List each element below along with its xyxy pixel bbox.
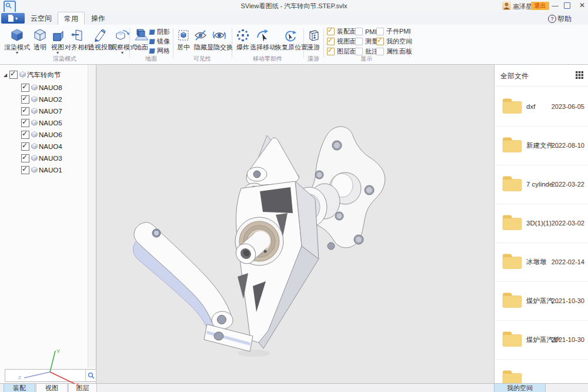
shadow-icon [149, 29, 155, 35]
group-label-render: 渲染模式 [0, 55, 129, 63]
search-input[interactable] [5, 370, 85, 381]
file-row[interactable]: dxf2023-06-05 [495, 87, 588, 127]
bottom-tab-assembly[interactable]: 装配 [4, 384, 35, 392]
tree-item[interactable]: NAUO8 [21, 82, 62, 93]
group-label-visibility: 可见性 [173, 55, 232, 63]
checkbox-icon [327, 28, 335, 35]
tree-expander-icon[interactable] [4, 72, 9, 78]
3d-viewport[interactable] [96, 65, 494, 383]
folder-icon [502, 97, 523, 117]
checkbox-subpart-pmi[interactable]: 子件PMI [376, 27, 411, 36]
checkbox-pmi[interactable]: PMI [355, 27, 377, 36]
checkbox-icon[interactable] [21, 119, 29, 127]
part-icon [19, 71, 26, 79]
tree-item[interactable]: NAUO5 [21, 118, 62, 128]
file-row[interactable] [495, 359, 588, 383]
bottom-tab-layer[interactable]: 图层 [68, 384, 97, 392]
ground-icon [132, 27, 152, 44]
question-mark-icon: ? [548, 15, 556, 23]
align-camera-icon [65, 27, 91, 44]
search-icon [88, 372, 95, 379]
checkbox-icon[interactable] [21, 84, 29, 92]
title-bar: SView看图纸 - 汽车转向节.STEP.svlx 惠泽星君 退出 — ✕ [0, 0, 588, 12]
tree-item[interactable]: NAUO1 [21, 165, 62, 175]
bottom-tab-view[interactable]: 视图 [36, 384, 68, 392]
observe-mode-icon [111, 27, 134, 44]
sview-app-window: { "title_bar": { "title": "SView看图纸 - 汽车… [0, 0, 588, 392]
checkbox-icon[interactable] [21, 131, 29, 139]
part-icon [31, 155, 38, 162]
part-icon [31, 96, 38, 104]
file-row[interactable]: 新建文件...2022-08-10 [495, 126, 588, 165]
checkbox-my-space[interactable]: 我的空间 [376, 37, 412, 46]
render-mode-cube-icon [4, 27, 31, 44]
grid-icon [149, 48, 155, 54]
logout-button[interactable]: 退出 [531, 2, 549, 10]
mirror-toggle[interactable]: 镜像 [149, 37, 173, 45]
file-row[interactable]: 7 cylinde...2022-03-22 [495, 165, 588, 204]
folder-icon [502, 291, 523, 311]
tree-scrollbar[interactable] [88, 65, 96, 368]
folder-icon [502, 214, 523, 234]
group-label-display: 显示 [323, 55, 409, 63]
files-panel-header: 全部文件 [495, 65, 588, 87]
help-button[interactable]: ? 帮助 [548, 14, 572, 24]
dropdown-arrow-icon: ▾ [15, 16, 18, 21]
part-icon [31, 108, 38, 115]
tree-item[interactable]: NAUO4 [21, 141, 62, 152]
shadow-toggle[interactable]: 阴影 [149, 28, 173, 36]
folder-icon [502, 175, 523, 195]
grid-toggle[interactable]: 网格 [149, 46, 173, 55]
checkbox-icon[interactable] [9, 71, 18, 79]
folder-icon [502, 253, 523, 273]
minimize-button[interactable]: — [550, 1, 560, 10]
tree-item[interactable]: NAUO3 [21, 153, 62, 164]
checkbox-measure[interactable]: 测量 [355, 37, 378, 46]
view-cube-icon [49, 27, 66, 44]
roam-icon [305, 27, 322, 44]
files-panel-title: 全部文件 [500, 71, 529, 81]
tab-common[interactable]: 常用 [58, 12, 85, 25]
checkbox-icon [376, 38, 384, 45]
tree-item[interactable]: NAUO6 [21, 129, 62, 140]
checkbox-icon [355, 28, 363, 35]
file-row[interactable]: 3D(1)(1)2022-03-02 [495, 204, 588, 243]
part-icon [31, 131, 38, 139]
checkbox-icon[interactable] [21, 154, 29, 162]
user-avatar[interactable] [502, 1, 511, 10]
group-label-ground: 地面 [129, 55, 173, 63]
tab-cloud-space[interactable]: 云空间 [27, 12, 55, 24]
checkbox-icon[interactable] [21, 142, 29, 151]
ribbon-toolbar: 渲染模式 透明 视图 对齐相机 透视投影 观察模式 渲染模式 地面 阴影 镜像 … [0, 25, 588, 65]
search-box [5, 369, 96, 382]
3d-model-steering-knuckle [96, 65, 494, 383]
tree-item[interactable]: NAUO2 [21, 94, 62, 105]
grid-view-icon[interactable] [576, 71, 583, 79]
bottom-tab-my-space[interactable]: 我的空间 [494, 384, 546, 392]
ribbon-tab-row: ▾ 云空间 常用 操作 ? 帮助 [0, 12, 588, 25]
checkbox-icon [376, 28, 384, 35]
tab-operations[interactable]: 操作 [86, 12, 111, 24]
perspective-icon [88, 27, 112, 44]
mirror-icon [149, 39, 155, 44]
maximize-button[interactable] [564, 2, 570, 9]
search-button[interactable] [85, 370, 96, 381]
checkbox-icon[interactable] [21, 166, 29, 174]
assembly-panel: 汽车转向节 NAUO8 NAUO2 NAUO7 NAUO5 NAUO6 NAUO… [0, 65, 96, 383]
part-icon [31, 143, 38, 151]
file-menu-button[interactable]: ▾ [1, 13, 25, 24]
tree-root-item[interactable]: 汽车转向节 [4, 69, 61, 80]
center-icon [174, 27, 193, 44]
tree-item[interactable]: NAUO7 [21, 106, 62, 117]
close-button[interactable]: ✕ [577, 1, 587, 10]
checkbox-icon[interactable] [21, 107, 29, 115]
restore-position-icon [275, 27, 305, 44]
document-icon [8, 15, 14, 22]
group-label-move: 移动零部件 [232, 55, 303, 63]
file-row[interactable]: 煤炉蒸汽...2021-10-30 [495, 281, 588, 321]
folder-icon [502, 369, 523, 383]
file-row[interactable]: 煤炉蒸汽炉2021-10-30 [495, 320, 588, 360]
checkbox-icon[interactable] [21, 95, 29, 104]
checkbox-icon [355, 38, 363, 45]
file-row[interactable]: 冰墩墩2022-02-14 [495, 242, 588, 282]
